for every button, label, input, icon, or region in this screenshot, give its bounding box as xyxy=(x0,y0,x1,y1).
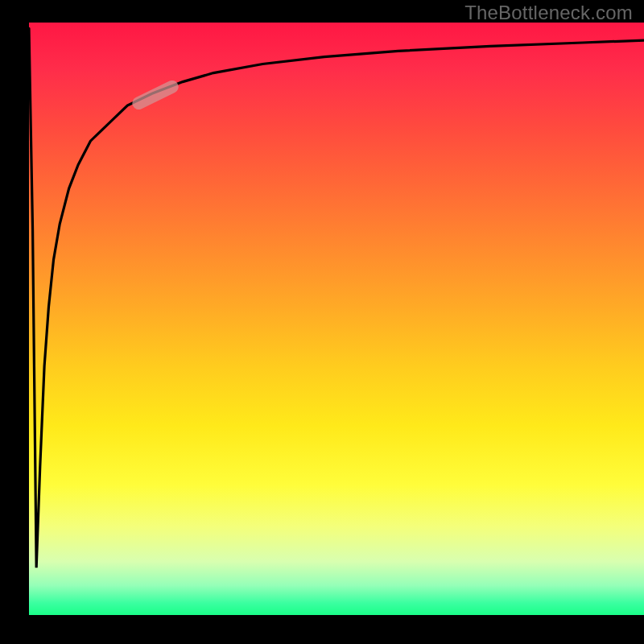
watermark-text: TheBottleneck.com xyxy=(464,2,633,24)
chart-container: TheBottleneck.com xyxy=(0,0,644,644)
bottom-axis-border xyxy=(0,615,644,644)
left-axis-border xyxy=(0,0,29,644)
curve-svg xyxy=(29,23,644,615)
main-curve xyxy=(29,28,644,568)
